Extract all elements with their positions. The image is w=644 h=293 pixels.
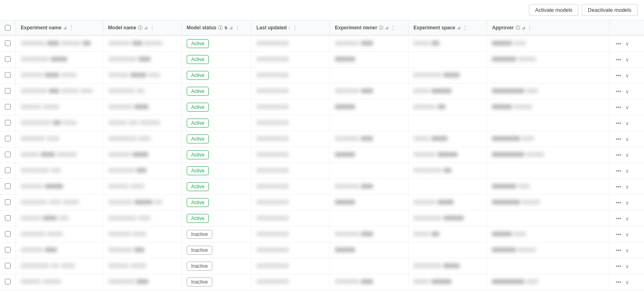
row-checkbox-cell[interactable] bbox=[0, 131, 16, 147]
row-more-button[interactable]: ••• bbox=[614, 278, 623, 286]
deactivate-models-button[interactable]: Deactivate models bbox=[582, 4, 637, 16]
model-name-cell bbox=[103, 115, 181, 131]
row-more-button[interactable]: ••• bbox=[614, 88, 623, 95]
row-expand-button[interactable]: ∨ bbox=[624, 119, 631, 127]
row-expand-button[interactable]: ∨ bbox=[624, 262, 631, 270]
row-checkbox-cell[interactable] bbox=[0, 211, 16, 227]
row-checkbox-cell[interactable] bbox=[0, 35, 16, 52]
row-checkbox-cell[interactable] bbox=[0, 163, 16, 179]
model-status-cell: Active bbox=[181, 211, 251, 227]
row-expand-button[interactable]: ∨ bbox=[624, 215, 631, 223]
row-checkbox-cell[interactable] bbox=[0, 52, 16, 68]
row-checkbox[interactable] bbox=[5, 167, 11, 173]
row-more-button[interactable]: ••• bbox=[614, 135, 623, 143]
row-more-button[interactable]: ••• bbox=[614, 56, 623, 64]
model-name-filter-icon[interactable]: ⊿ bbox=[144, 25, 148, 31]
experiment-space-cell bbox=[408, 147, 487, 163]
experiment-name-cell bbox=[16, 274, 103, 290]
last-updated-cell bbox=[251, 274, 330, 290]
model-status-info-icon[interactable]: ⓘ bbox=[218, 25, 223, 31]
experiment-owner-info-icon[interactable]: ⓘ bbox=[379, 25, 383, 31]
last-updated-sort-icon[interactable]: ↑ bbox=[288, 26, 290, 30]
row-checkbox-cell[interactable] bbox=[0, 179, 16, 195]
row-checkbox[interactable] bbox=[5, 104, 11, 110]
row-more-button[interactable]: ••• bbox=[614, 151, 623, 159]
approver-filter-icon[interactable]: ⊿ bbox=[522, 25, 525, 31]
row-checkbox[interactable] bbox=[5, 215, 11, 221]
row-expand-button[interactable]: ∨ bbox=[624, 40, 631, 48]
approver-info-icon[interactable]: ⓘ bbox=[515, 25, 520, 31]
row-checkbox[interactable] bbox=[5, 231, 11, 237]
row-expand-button[interactable]: ∨ bbox=[624, 183, 631, 191]
row-expand-button[interactable]: ∨ bbox=[624, 56, 631, 64]
model-name-info-icon[interactable]: ⓘ bbox=[138, 25, 142, 31]
row-expand-button[interactable]: ∨ bbox=[624, 278, 631, 286]
row-more-button[interactable]: ••• bbox=[614, 262, 623, 270]
row-more-button[interactable]: ••• bbox=[614, 231, 623, 238]
row-checkbox-cell[interactable] bbox=[0, 195, 16, 211]
row-expand-button[interactable]: ∨ bbox=[624, 135, 631, 143]
row-checkbox-cell[interactable] bbox=[0, 258, 16, 274]
row-checkbox[interactable] bbox=[5, 72, 11, 78]
row-checkbox-cell[interactable] bbox=[0, 147, 16, 163]
experiment-owner-resize[interactable]: ⋮ bbox=[390, 24, 396, 31]
row-more-button[interactable]: ••• bbox=[614, 215, 623, 223]
row-more-button[interactable]: ••• bbox=[614, 247, 623, 254]
model-status-cell: Active bbox=[181, 52, 251, 68]
experiment-owner-filter-icon[interactable]: ⊿ bbox=[385, 25, 389, 31]
row-checkbox-cell[interactable] bbox=[0, 242, 16, 258]
row-checkbox[interactable] bbox=[5, 40, 11, 46]
experiment-space-filter-icon[interactable]: ⊿ bbox=[457, 25, 461, 31]
row-expand-button[interactable]: ∨ bbox=[624, 72, 631, 79]
approver-cell bbox=[487, 35, 609, 52]
row-more-button[interactable]: ••• bbox=[614, 104, 623, 111]
select-all-checkbox[interactable] bbox=[5, 25, 11, 31]
model-status-cell: Active bbox=[181, 99, 251, 115]
last-updated-resize[interactable]: ⋮ bbox=[292, 24, 298, 31]
row-checkbox[interactable] bbox=[5, 183, 11, 189]
row-more-button[interactable]: ••• bbox=[614, 167, 623, 175]
row-expand-button[interactable]: ∨ bbox=[624, 199, 631, 207]
row-checkbox-cell[interactable] bbox=[0, 115, 16, 131]
row-checkbox[interactable] bbox=[5, 88, 11, 94]
row-expand-button[interactable]: ∨ bbox=[624, 151, 631, 159]
row-checkbox-cell[interactable] bbox=[0, 274, 16, 290]
row-more-button[interactable]: ••• bbox=[614, 119, 623, 127]
model-name-cell bbox=[103, 242, 181, 258]
status-badge: Inactive bbox=[187, 246, 212, 255]
activate-models-button[interactable]: Activate models bbox=[529, 4, 579, 16]
row-checkbox[interactable] bbox=[5, 136, 11, 141]
row-checkbox-cell[interactable] bbox=[0, 227, 16, 242]
row-checkbox[interactable] bbox=[5, 56, 11, 62]
row-checkbox[interactable] bbox=[5, 152, 11, 157]
row-expand-button[interactable]: ∨ bbox=[624, 231, 631, 238]
experiment-name-resize[interactable]: ⋮ bbox=[68, 24, 74, 31]
model-status-filter-icon[interactable]: ⊿ bbox=[229, 25, 233, 31]
status-badge: Active bbox=[187, 71, 209, 80]
model-status-sort-icon[interactable]: ⇅ bbox=[224, 26, 227, 30]
experiment-name-filter-icon[interactable]: ⊿ bbox=[63, 25, 67, 31]
model-status-resize[interactable]: ⋮ bbox=[234, 24, 240, 31]
row-checkbox-cell[interactable] bbox=[0, 84, 16, 99]
row-more-button[interactable]: ••• bbox=[614, 40, 623, 48]
model-name-resize[interactable]: ⋮ bbox=[149, 24, 155, 31]
row-expand-button[interactable]: ∨ bbox=[624, 88, 631, 95]
table-row: Inactive ••• ∨ bbox=[0, 258, 644, 274]
row-checkbox[interactable] bbox=[5, 120, 11, 126]
row-more-button[interactable]: ••• bbox=[614, 72, 623, 79]
row-checkbox-cell[interactable] bbox=[0, 99, 16, 115]
row-more-button[interactable]: ••• bbox=[614, 199, 623, 207]
row-checkbox[interactable] bbox=[5, 263, 11, 269]
experiment-space-resize[interactable]: ⋮ bbox=[462, 24, 468, 31]
row-expand-button[interactable]: ∨ bbox=[624, 167, 631, 175]
model-name-cell bbox=[103, 179, 181, 195]
row-expand-button[interactable]: ∨ bbox=[624, 104, 631, 111]
row-expand-button[interactable]: ∨ bbox=[624, 247, 631, 254]
last-updated-cell bbox=[251, 242, 330, 258]
row-checkbox[interactable] bbox=[5, 247, 11, 253]
approver-resize[interactable]: ⋮ bbox=[527, 24, 533, 31]
row-checkbox[interactable] bbox=[5, 279, 11, 284]
row-checkbox[interactable] bbox=[5, 199, 11, 205]
row-checkbox-cell[interactable] bbox=[0, 68, 16, 84]
row-more-button[interactable]: ••• bbox=[614, 183, 623, 191]
